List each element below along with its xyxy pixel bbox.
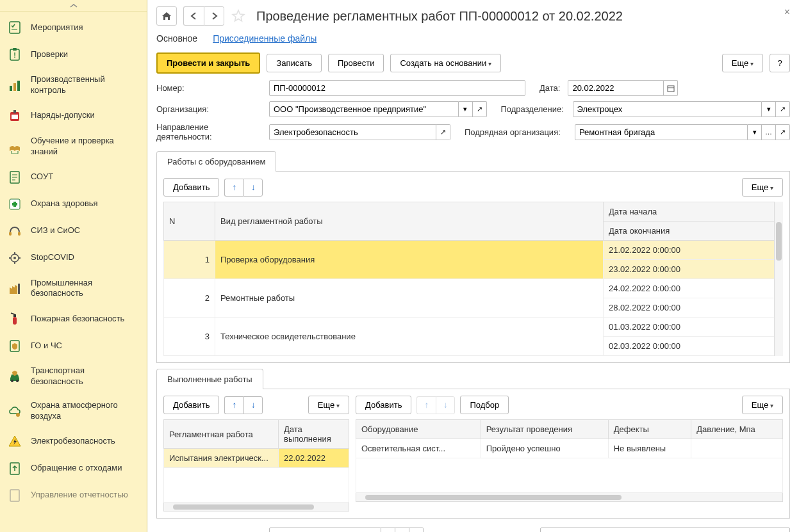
dropdown-icon[interactable]: ▾ xyxy=(762,101,776,117)
works-scrollbar[interactable] xyxy=(774,202,783,356)
select-button[interactable]: Подбор xyxy=(460,396,509,414)
sidebar-item-label: Обучение и проверка знаний xyxy=(31,136,139,157)
clipboard-exc-icon: ! xyxy=(8,47,22,61)
favorite-star-icon[interactable] xyxy=(231,8,246,24)
move-down-button[interactable]: ↓ xyxy=(436,396,455,414)
position-input[interactable] xyxy=(540,528,790,532)
tab-main[interactable]: Основное xyxy=(156,33,197,44)
activity-input[interactable] xyxy=(269,124,436,140)
sidebar-item-stopcovid[interactable]: StopCOVID xyxy=(0,245,147,271)
date-input[interactable] xyxy=(568,80,664,96)
sidebar-item-sout[interactable]: СОУТ xyxy=(0,164,147,191)
equip-more-button[interactable]: Еще xyxy=(742,396,783,414)
open-icon[interactable]: ↗ xyxy=(776,101,790,117)
dropdown-icon[interactable]: ▾ xyxy=(459,101,473,117)
open-icon[interactable]: ↗ xyxy=(776,124,790,140)
sidebar-item-fire[interactable]: Пожарная безопасность xyxy=(0,305,147,332)
open-icon[interactable]: ↗ xyxy=(436,124,450,140)
sidebar-item-emergency[interactable]: ГО и ЧС xyxy=(0,332,147,359)
hand-book-icon xyxy=(8,140,22,154)
right-hscroll[interactable] xyxy=(356,493,783,502)
help-button[interactable]: ? xyxy=(770,54,790,72)
sidebar-item-label: Проверки xyxy=(31,49,68,60)
done-right-table[interactable]: Оборудование Результат проведения Дефект… xyxy=(356,419,783,493)
dropdown-icon[interactable]: ▾ xyxy=(381,528,395,532)
contractor-label: Подрядная организация: xyxy=(465,127,567,137)
works-section: Работы с оборудованием Добавить ↑ ↓ Еще xyxy=(156,150,790,363)
works-table[interactable]: N Вид регламентной работы Дата начала Да… xyxy=(163,202,783,356)
sidebar-item-health[interactable]: Охрана здоровья xyxy=(0,191,147,218)
move-up-button[interactable]: ↑ xyxy=(224,396,243,414)
sidebar-item-ppe[interactable]: СИЗ и СиОС xyxy=(0,218,147,245)
sidebar-item-training[interactable]: Обучение и проверка знаний xyxy=(0,129,147,164)
done-tab[interactable]: Выполненные работы xyxy=(156,369,263,389)
sidebar-item-transport[interactable]: Транспортная безопасность xyxy=(0,359,147,394)
open-icon[interactable]: ↗ xyxy=(409,528,424,532)
add-work-button[interactable]: Добавить xyxy=(163,178,219,197)
svg-point-29 xyxy=(11,380,13,382)
ellipsis-icon[interactable]: … xyxy=(395,528,409,532)
toolbar: Провести и закрыть Записать Провести Соз… xyxy=(147,50,799,80)
post-and-close-button[interactable]: Провести и закрыть xyxy=(156,52,260,74)
number-input[interactable] xyxy=(269,80,525,96)
dept-input[interactable] xyxy=(573,101,762,117)
dept-label: Подразделение: xyxy=(501,104,565,114)
move-down-button[interactable]: ↓ xyxy=(243,396,263,414)
move-up-button[interactable]: ↑ xyxy=(224,179,243,197)
ellipsis-icon[interactable]: … xyxy=(762,124,776,140)
bolt-warn-icon xyxy=(8,435,22,449)
works-more-button[interactable]: Еще xyxy=(742,178,783,197)
move-down-button[interactable]: ↓ xyxy=(243,179,263,197)
table-row[interactable]: Осветительная сист... Пройдено успешно Н… xyxy=(356,439,783,458)
sidebar-item-inspections[interactable]: ! Проверки xyxy=(0,41,147,68)
table-row[interactable]: 2 Ремонтные работы 24.02.2022 0:00:00 xyxy=(164,279,783,298)
post-button[interactable]: Провести xyxy=(328,54,384,72)
add-done-button[interactable]: Добавить xyxy=(163,396,219,414)
back-button[interactable] xyxy=(183,6,204,26)
done-more-button[interactable]: Еще xyxy=(308,396,349,414)
sidebar-item-label: StopCOVID xyxy=(31,252,74,263)
sidebar-item-industrial[interactable]: Промышленная безопасность xyxy=(0,271,147,306)
sidebar-item-label: Мероприятия xyxy=(31,22,83,33)
sidebar-item-permits[interactable]: Наряды-допуски xyxy=(0,102,147,129)
dropdown-icon[interactable]: ▾ xyxy=(748,124,762,140)
sidebar-item-electrical[interactable]: Электробезопасность xyxy=(0,428,147,455)
svg-rect-34 xyxy=(668,86,674,92)
works-tab[interactable]: Работы с оборудованием xyxy=(156,151,276,172)
svg-rect-0 xyxy=(10,22,20,33)
activity-label: Направление деятельности: xyxy=(156,122,265,141)
sidebar-item-events[interactable]: Мероприятия xyxy=(0,14,147,41)
done-left-table[interactable]: Регламентная работа Дата выполнения Испы… xyxy=(163,419,349,503)
home-button[interactable] xyxy=(156,6,177,26)
more-button[interactable]: Еще xyxy=(722,54,763,72)
sidebar-item-air[interactable]: Охрана атмосферного воздуха xyxy=(0,394,147,428)
svg-rect-6 xyxy=(13,83,16,91)
contractor-input[interactable] xyxy=(575,124,748,140)
move-up-button[interactable]: ↑ xyxy=(416,396,436,414)
calendar-icon[interactable] xyxy=(664,80,678,96)
svg-rect-33 xyxy=(10,490,19,501)
sidebar-item-waste[interactable]: Обращение с отходами xyxy=(0,455,147,482)
tab-attachments[interactable]: Присоединенные файлы xyxy=(213,33,317,44)
add-equip-button[interactable]: Добавить xyxy=(356,396,411,414)
table-row[interactable]: 1 Проверка оборудования 21.02.2022 0:00:… xyxy=(164,241,783,260)
sidebar: Мероприятия ! Проверки Производственный … xyxy=(0,0,147,532)
save-button[interactable]: Записать xyxy=(267,54,322,72)
responsible-input[interactable] xyxy=(269,528,381,532)
recycle-doc-icon xyxy=(8,462,22,476)
svg-rect-26 xyxy=(13,314,16,317)
sidebar-item-reporting[interactable]: Управление отчетностью xyxy=(0,482,147,509)
col-start: Дата начала xyxy=(604,202,783,222)
org-input[interactable] xyxy=(269,101,459,117)
sidebar-collapse-toggle[interactable] xyxy=(0,0,147,12)
table-row[interactable]: 3 Техническое освидетельствование 01.03.… xyxy=(164,318,783,337)
sidebar-item-label: Электробезопасность xyxy=(31,436,115,447)
left-hscroll[interactable] xyxy=(163,503,349,512)
sidebar-item-label: Охрана атмосферного воздуха xyxy=(31,400,139,422)
table-row[interactable]: Испытания электрическ... 22.02.2022 xyxy=(164,449,349,468)
create-based-button[interactable]: Создать на основании xyxy=(390,54,501,72)
close-button[interactable]: × xyxy=(784,6,790,18)
open-icon[interactable]: ↗ xyxy=(473,101,487,117)
forward-button[interactable] xyxy=(204,6,224,26)
sidebar-item-prodcontrol[interactable]: Производственный контроль xyxy=(0,68,147,102)
